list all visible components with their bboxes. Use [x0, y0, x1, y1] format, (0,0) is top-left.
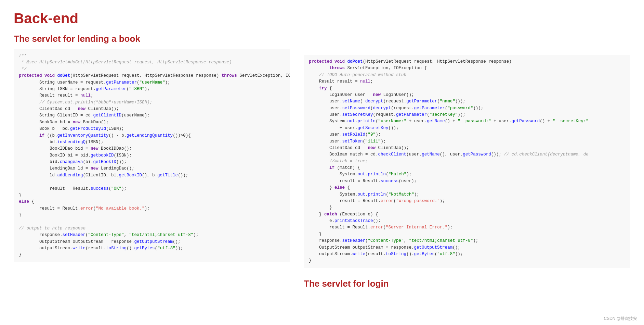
- page-title: Back-end: [14, 10, 630, 27]
- right-column: protected void doPost(HttpServletRequest…: [304, 34, 630, 294]
- section2-title: The servlet for login: [304, 278, 630, 289]
- right-code-spacer: protected void doPost(HttpServletRequest…: [304, 55, 630, 268]
- code-block-lending: /** * @see HttpServlet#doGet(HttpServlet…: [14, 49, 290, 262]
- section2-container: The servlet for login: [304, 278, 630, 289]
- section1-title: The servlet for lending a book: [14, 34, 290, 44]
- code-block-login-post: protected void doPost(HttpServletRequest…: [304, 55, 630, 268]
- left-column: The servlet for lending a book /** * @se…: [14, 34, 290, 294]
